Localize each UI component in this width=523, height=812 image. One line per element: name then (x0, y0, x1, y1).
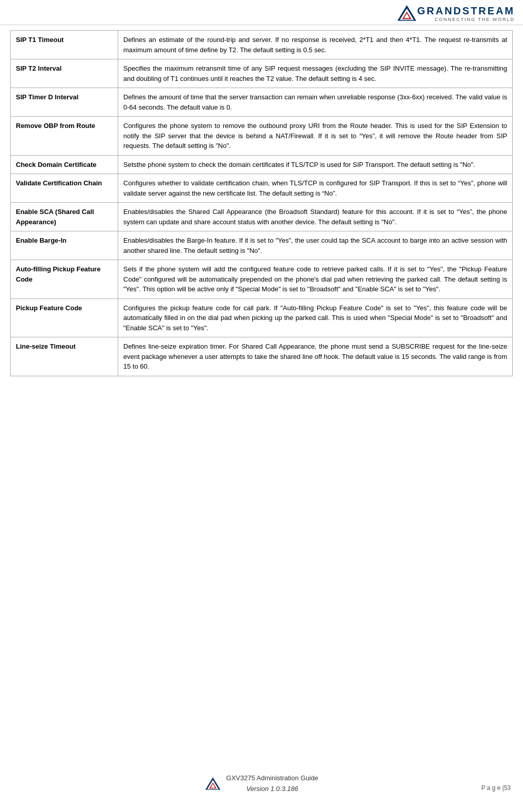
table-row: Pickup Feature CodeConfigures the pickup… (11, 298, 513, 337)
label-cell-5: Validate Certification Chain (11, 174, 118, 203)
label-cell-0: SIP T1 Timeout (11, 31, 118, 59)
desc-cell-10: Defines line-seize expiration timer. For… (118, 337, 513, 376)
footer: GXV3275 Administration Guide Version 1.0… (0, 773, 523, 797)
footer-logo-row: GXV3275 Administration Guide Version 1.0… (0, 773, 523, 795)
label-cell-9: Pickup Feature Code (11, 298, 118, 337)
main-table: SIP T1 TimeoutDefines an estimate of the… (10, 30, 513, 376)
label-cell-4: Check Domain Certificate (11, 155, 118, 174)
desc-cell-8: Sets if the phone system will add the co… (118, 260, 513, 299)
logo-brand-name: GRANDSTREAM (417, 5, 515, 17)
desc-cell-9: Configures the pickup feature code for c… (118, 298, 513, 337)
table-row: Check Domain CertificateSetsthe phone sy… (11, 155, 513, 174)
desc-cell-2: Defines the amount of time that the serv… (118, 88, 513, 117)
footer-version: Version 1.0.3.186 (246, 785, 298, 793)
table-row: Enable Barge-InEnables/disables the Barg… (11, 231, 513, 260)
label-cell-8: Auto-filling Pickup Feature Code (11, 260, 118, 299)
footer-doc-title: GXV3275 Administration Guide (226, 773, 318, 784)
desc-cell-3: Configures the phone system to remove th… (118, 117, 513, 156)
table-row: Line-seize TimeoutDefines line-seize exp… (11, 337, 513, 376)
table-row: Enable SCA (Shared Call Appearance)Enabl… (11, 203, 513, 231)
page-number: P a g e |53 (481, 784, 511, 792)
table-row: Auto-filling Pickup Feature CodeSets if … (11, 260, 513, 299)
desc-cell-6: Enables/disables the Shared Call Appeara… (118, 203, 513, 231)
content-area: SIP T1 TimeoutDefines an estimate of the… (0, 25, 523, 381)
label-cell-10: Line-seize Timeout (11, 337, 118, 376)
label-cell-6: Enable SCA (Shared Call Appearance) (11, 203, 118, 231)
desc-cell-4: Setsthe phone system to check the domain… (118, 155, 513, 174)
desc-cell-1: Specifies the maximum retransmit time of… (118, 59, 513, 88)
label-cell-3: Remove OBP from Route (11, 117, 118, 156)
logo-area: GRANDSTREAM CONNECTING THE WORLD (417, 5, 515, 22)
desc-cell-0: Defines an estimate of the round-trip an… (118, 31, 513, 59)
table-row: SIP T2 IntervalSpecifies the maximum ret… (11, 59, 513, 88)
label-cell-2: SIP Timer D Interval (11, 88, 118, 117)
grandstream-logo-icon (397, 4, 417, 23)
logo-row: GRANDSTREAM CONNECTING THE WORLD (393, 4, 515, 23)
table-row: SIP T1 TimeoutDefines an estimate of the… (11, 31, 513, 59)
table-row: SIP Timer D IntervalDefines the amount o… (11, 88, 513, 117)
table-row: Validate Certification ChainConfigures w… (11, 174, 513, 203)
desc-cell-7: Enables/disables the Barge-In feature. I… (118, 231, 513, 260)
logo-tagline: CONNECTING THE WORLD (434, 17, 515, 22)
footer-logo-icon (205, 777, 221, 791)
label-cell-7: Enable Barge-In (11, 231, 118, 260)
table-row: Remove OBP from RouteConfigures the phon… (11, 117, 513, 156)
footer-text: GXV3275 Administration Guide Version 1.0… (226, 773, 318, 795)
page-wrapper: GRANDSTREAM CONNECTING THE WORLD SIP T1 … (0, 0, 523, 812)
header: GRANDSTREAM CONNECTING THE WORLD (0, 0, 523, 25)
label-cell-1: SIP T2 Interval (11, 59, 118, 88)
desc-cell-5: Configures whether to validate certifica… (118, 174, 513, 203)
